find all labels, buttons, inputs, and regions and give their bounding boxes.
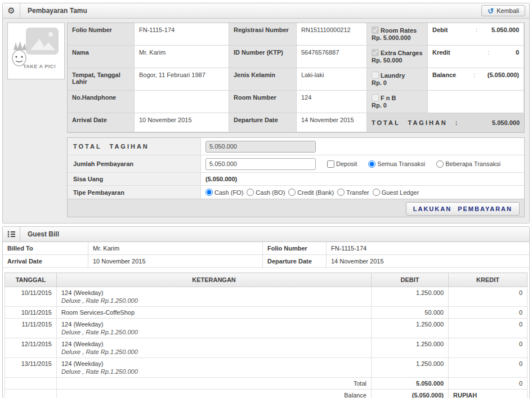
laundry-checkbox[interactable] bbox=[372, 71, 379, 79]
table-row: 11/11/2015 124 (Weekday) Deluxe , Rate R… bbox=[5, 319, 527, 338]
lakukan-pembayaran-button[interactable]: LAKUKAN PEMBAYARAN bbox=[406, 202, 520, 216]
bill-kredit: 0 bbox=[449, 358, 527, 378]
summary-debit: Debit : 5.050.000 bbox=[428, 23, 524, 46]
sisa-uang-value: (5.050.000) bbox=[201, 173, 524, 185]
bill-date: 11/11/2015 bbox=[5, 319, 57, 338]
bill-kredit: 0 bbox=[449, 338, 527, 358]
empty-cell bbox=[5, 378, 57, 390]
field-value: Mr. Karim bbox=[135, 46, 229, 68]
charge-laundry: Laundry Rp. 0 bbox=[367, 68, 428, 91]
table-row: 10/11/2015 Room Services-CoffeShop 50.00… bbox=[5, 307, 527, 319]
tipe-radio-transfer[interactable] bbox=[337, 189, 345, 196]
room-rates-checkbox[interactable] bbox=[372, 26, 379, 34]
bill-keterangan: 124 (Weekday) Deluxe , Rate Rp.1.250.000 bbox=[57, 338, 372, 358]
pembayaran-tamu-panel: ⚙ Pembayaran Tamu ↺ Kembali bbox=[2, 3, 530, 223]
bill-debit: 1.250.000 bbox=[372, 287, 449, 307]
semua-transaksi-radio[interactable] bbox=[368, 160, 375, 168]
field-value bbox=[135, 91, 229, 113]
bill-info-grid: Billed To Mr. Karim Folio Number FN-1115… bbox=[3, 242, 529, 268]
field-label: ID Number (KTP) bbox=[229, 46, 297, 68]
bill-keterangan: 124 (Weekday) Deluxe , Rate Rp.1.250.000 bbox=[57, 319, 372, 338]
face-icon bbox=[12, 41, 26, 66]
field-label: Room Number bbox=[229, 91, 297, 113]
info-value: Mr. Karim bbox=[88, 242, 263, 255]
info-label: Folio Number bbox=[263, 242, 327, 255]
list-icon-box bbox=[3, 227, 20, 242]
guest-bill-panel: Guest Bill Billed To Mr. Karim Folio Num… bbox=[2, 226, 530, 398]
guest-bill-title: Guest Bill bbox=[20, 227, 529, 242]
guest-photo-placeholder[interactable]: TAKE A PIC! bbox=[7, 23, 65, 79]
field-value: Bogor, 11 Februari 1987 bbox=[135, 68, 229, 91]
total-tagihan-input[interactable] bbox=[205, 141, 316, 153]
field-value: 14 November 2015 bbox=[297, 113, 367, 132]
tipe-radio-guest-ledger[interactable] bbox=[373, 189, 380, 196]
info-label: Billed To bbox=[3, 242, 88, 255]
table-row: 10/11/2015 124 (Weekday) Deluxe , Rate R… bbox=[5, 287, 527, 307]
total-tagihan-label: TOTAL TAGIHAN bbox=[68, 138, 201, 155]
bill-debit: 50.000 bbox=[372, 307, 449, 319]
field-value: Laki-laki bbox=[297, 68, 367, 91]
col-header-keterangan: KETERANGAN bbox=[57, 273, 372, 287]
field-value: 56476576887 bbox=[297, 46, 367, 68]
guest-bill-table: TANGGAL KETERANGAN DEBIT KREDIT 10/11/20… bbox=[5, 272, 527, 398]
gear-icon: ⚙ bbox=[7, 6, 15, 16]
bill-kredit: 0 bbox=[449, 319, 527, 338]
gear-icon-box: ⚙ bbox=[3, 3, 20, 18]
guest-detail-form: Folio Number FN-1115-174 Registrasi Numb… bbox=[67, 23, 525, 133]
fnb-checkbox[interactable] bbox=[372, 94, 379, 101]
empty-cell bbox=[5, 390, 57, 398]
table-row: 13/11/2015 124 (Weekday) Deluxe , Rate R… bbox=[5, 358, 527, 378]
field-label: No.Handphone bbox=[68, 91, 135, 113]
bill-date: 12/11/2015 bbox=[5, 338, 57, 358]
balance-row: Balance (5.050.000) RUPIAH bbox=[5, 390, 527, 398]
bill-keterangan: 124 (Weekday) Deluxe , Rate Rp.1.250.000 bbox=[57, 287, 372, 307]
charge-fnb: F n B Rp. 0 bbox=[367, 91, 428, 113]
field-value: RN151110000212 bbox=[297, 23, 367, 46]
extra-charges-checkbox[interactable] bbox=[372, 49, 379, 56]
info-label: Departure Date bbox=[263, 255, 327, 268]
tipe-radio-cash-bo[interactable] bbox=[247, 189, 254, 196]
payment-box: TOTAL TAGIHAN Jumlah Pembayaran Deposit … bbox=[67, 137, 525, 217]
field-value: FN-1115-174 bbox=[135, 23, 229, 46]
bill-kredit: 0 bbox=[449, 307, 527, 319]
balance-currency: RUPIAH bbox=[449, 390, 527, 398]
total-row: Total 5.050.000 0 bbox=[5, 378, 527, 390]
col-header-debit: DEBIT bbox=[372, 273, 449, 287]
bill-date: 10/11/2015 bbox=[5, 307, 57, 319]
field-label: Tempat, Tanggal Lahir bbox=[68, 68, 135, 91]
field-label: Departure Date bbox=[229, 113, 297, 132]
beberapa-transaksi-radio[interactable] bbox=[436, 160, 444, 168]
balance-label: Balance bbox=[57, 390, 372, 398]
sisa-uang-label: Sisa Uang bbox=[68, 173, 201, 185]
bill-keterangan: 124 (Weekday) Deluxe , Rate Rp.1.250.000 bbox=[57, 358, 372, 378]
take-a-pic-label: TAKE A PIC! bbox=[23, 64, 56, 69]
info-label: Arrival Date bbox=[3, 255, 88, 268]
field-value: 124 bbox=[297, 91, 367, 113]
col-header-tanggal: TANGGAL bbox=[5, 273, 57, 287]
jumlah-pembayaran-label: Jumlah Pembayaran bbox=[68, 155, 201, 172]
total-tagihan-row: TOTAL TAGIHAN : 5.050.000 bbox=[367, 113, 524, 132]
field-label: Jenis Kelamin bbox=[229, 68, 297, 91]
tipe-radio-cash-fo[interactable] bbox=[205, 189, 213, 196]
pembayaran-tamu-header: ⚙ Pembayaran Tamu ↺ Kembali bbox=[3, 3, 529, 19]
bill-date: 10/11/2015 bbox=[5, 287, 57, 307]
field-label: Nama bbox=[68, 46, 135, 68]
jumlah-pembayaran-input[interactable] bbox=[205, 158, 316, 170]
info-value: 10 November 2015 bbox=[88, 255, 263, 268]
bill-debit: 1.250.000 bbox=[372, 358, 449, 378]
summary-kredit: Kredit : 0 bbox=[428, 46, 524, 68]
payment-footer: LAKUKAN PEMBAYARAN bbox=[68, 199, 524, 217]
total-kredit: 0 bbox=[449, 378, 527, 390]
bill-debit: 1.250.000 bbox=[372, 338, 449, 358]
deposit-checkbox[interactable] bbox=[327, 160, 334, 168]
field-label: Arrival Date bbox=[68, 113, 135, 132]
balance-debit: (5.050.000) bbox=[372, 390, 449, 398]
col-header-kredit: KREDIT bbox=[449, 273, 527, 287]
kembali-button[interactable]: ↺ Kembali bbox=[481, 5, 525, 16]
tipe-pembayaran-label: Tipe Pembayaran bbox=[68, 186, 201, 199]
tipe-radio-credit-bank[interactable] bbox=[288, 189, 296, 196]
list-icon bbox=[7, 231, 15, 238]
info-value: 14 November 2015 bbox=[327, 255, 529, 268]
bill-kredit: 0 bbox=[449, 287, 527, 307]
bill-debit: 1.250.000 bbox=[372, 319, 449, 338]
